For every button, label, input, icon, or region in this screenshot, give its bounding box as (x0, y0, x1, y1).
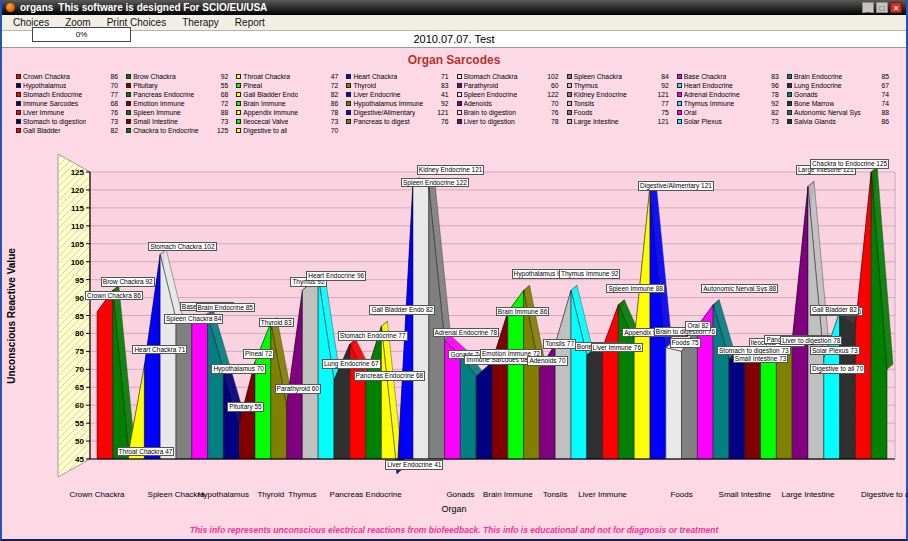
legend-color-chip (16, 128, 21, 133)
legend-color-chip (236, 92, 241, 97)
legend-color-chip (126, 101, 131, 106)
legend-label: Solar Plexus (684, 117, 722, 126)
legend-color-chip (787, 92, 792, 97)
legend-value: 70 (331, 126, 342, 135)
legend-label: Hypothalamus Immune (353, 99, 423, 108)
x-tick-label: Thyroid (257, 490, 284, 499)
legend-item: Pancreas Endocrine68 (126, 90, 231, 99)
point-label: Oral 82 (685, 321, 710, 331)
menu-item-report[interactable]: Report (227, 17, 273, 28)
point-label: Throat Chackra 47 (117, 447, 175, 457)
legend-item: Adrenal Endocrine78 (677, 90, 782, 99)
legend-value: 88 (221, 108, 232, 117)
legend-item: Brain to digestion76 (457, 108, 562, 117)
legend-label: Parathyroid (464, 81, 499, 90)
point-label: Thyroid 83 (259, 318, 294, 328)
legend-label: Thymus (574, 81, 598, 90)
legend-item: Stomach Endocrine77 (16, 90, 121, 99)
legend-label: Emotion Immune (133, 99, 184, 108)
legend-color-chip (346, 101, 351, 106)
legend-color-chip (787, 110, 792, 115)
legend-label: Appendix Immune (243, 108, 298, 117)
legend-color-chip (677, 83, 682, 88)
svg-text:95: 95 (75, 276, 84, 285)
svg-text:75: 75 (75, 347, 84, 356)
legend-color-chip (16, 101, 21, 106)
legend-color-chip (787, 83, 792, 88)
point-label: Liver Endocrine 41 (385, 460, 443, 470)
legend-item: Pineal72 (236, 81, 341, 90)
point-label: Brain Immune 86 (496, 307, 550, 317)
svg-text:90: 90 (75, 294, 84, 303)
menu-bar: ChoicesZoomPrint ChoicesTherapyReport (2, 15, 906, 31)
legend-item: Spleen Chackra84 (567, 72, 672, 81)
legend-item: Appendix Immune78 (236, 108, 341, 117)
legend-color-chip (346, 92, 351, 97)
legend-item: Parathyroid60 (457, 81, 562, 90)
legend-value: 47 (331, 72, 342, 81)
legend-item: Salvia Glands86 (787, 117, 892, 126)
legend-color-chip (787, 74, 792, 79)
menu-item-therapy[interactable]: Therapy (174, 17, 227, 28)
legend-value: 82 (111, 126, 122, 135)
legend-color-chip (457, 119, 462, 124)
legend-label: Hypothalamus (23, 81, 66, 90)
point-label: Stomach Chackra 102 (148, 242, 216, 252)
legend-item: Immune Sarcodes68 (16, 99, 121, 108)
legend-value: 121 (657, 117, 671, 126)
svg-text:85: 85 (75, 312, 84, 321)
legend-color-chip (236, 110, 241, 115)
legend-value: 96 (771, 81, 782, 90)
legend-color-chip (126, 119, 131, 124)
point-label: Liver to digestion 78 (780, 336, 842, 346)
legend-item: Crown Chackra86 (16, 72, 121, 81)
svg-text:125: 125 (71, 168, 85, 177)
legend-label: Tonsils (574, 99, 595, 108)
legend-value: 41 (441, 90, 452, 99)
title-bar[interactable]: organs This software is designed For SCI… (2, 0, 906, 15)
app-icon (6, 3, 15, 12)
legend-label: Base Chackra (684, 72, 727, 81)
legend-color-chip (457, 92, 462, 97)
legend-value: 83 (771, 72, 782, 81)
point-label: Adenoids 70 (527, 356, 567, 366)
legend-value: 84 (661, 72, 672, 81)
legend-value: 60 (551, 81, 562, 90)
legend-color-chip (236, 101, 241, 106)
legend-label: Spleen Immune (133, 108, 181, 117)
legend-color-chip (787, 101, 792, 106)
close-button[interactable]: ✕ (890, 2, 902, 13)
chart-title: Organ Sarcodes (2, 48, 906, 70)
progress-bar: 0% (32, 27, 131, 42)
legend-color-chip (567, 110, 572, 115)
legend-color-chip (236, 74, 241, 79)
legend-color-chip (16, 74, 21, 79)
legend-label: Brain Endocrine (794, 72, 842, 81)
minimize-button[interactable]: _ (862, 2, 874, 13)
legend-item: Gall Bladder Endo82 (236, 90, 341, 99)
legend-item: Spleen Endocrine122 (457, 90, 562, 99)
x-tick-label: Hypothalamus (198, 490, 249, 499)
legend-color-chip (16, 83, 21, 88)
legend-item: Brow Chackra92 (126, 72, 231, 81)
x-axis-title: Organ (2, 504, 906, 514)
legend-color-chip (457, 110, 462, 115)
maximize-button[interactable]: □ (876, 2, 888, 13)
legend-color-chip (346, 83, 351, 88)
legend-item: Kidney Endocrine121 (567, 90, 672, 99)
app-window: organs This software is designed For SCI… (0, 0, 908, 541)
legend-value: 82 (771, 108, 782, 117)
legend-color-chip (567, 92, 572, 97)
legend-label: Liver Immune (23, 108, 64, 117)
legend-label: Small Intestine (133, 117, 178, 126)
legend-color-chip (457, 101, 462, 106)
point-label: Digestive to all 70 (810, 364, 865, 374)
legend-label: Immune Sarcodes (23, 99, 78, 108)
point-label: Heart Chackra 71 (132, 345, 187, 355)
legend-color-chip (126, 74, 131, 79)
legend-label: Pineal (243, 81, 262, 90)
legend-item: Oral82 (677, 108, 782, 117)
x-tick-label: Foods (670, 490, 692, 499)
legend-item: Gonads74 (787, 90, 892, 99)
legend-item: Hypothalamus Immune92 (346, 99, 451, 108)
